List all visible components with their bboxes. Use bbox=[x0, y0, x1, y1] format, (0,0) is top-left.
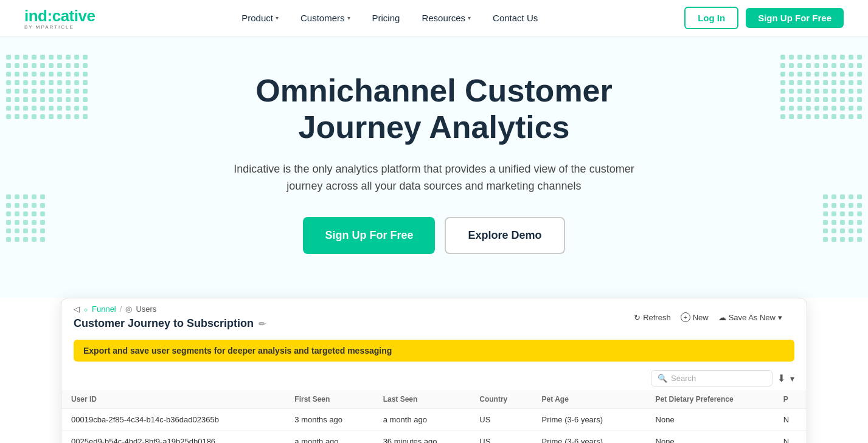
cell-p: N bbox=[774, 409, 807, 431]
data-table: User ID First Seen Last Seen Country Pet… bbox=[61, 390, 807, 443]
hero-section: Omnichannel Customer Journey Analytics I… bbox=[0, 36, 868, 304]
logo: ind:cative BY MPARTICLE bbox=[24, 7, 95, 30]
edit-icon[interactable]: ✏ bbox=[259, 319, 266, 329]
nav-product[interactable]: Product ▾ bbox=[233, 8, 287, 28]
hero-heading: Omnichannel Customer Journey Analytics bbox=[221, 73, 647, 146]
navbar: ind:cative BY MPARTICLE Product ▾ Custom… bbox=[0, 0, 868, 36]
col-dietary: Pet Dietary Preference bbox=[646, 390, 774, 409]
preview-title: Customer Journey to Subscription bbox=[74, 317, 254, 330]
preview-section: ◁ ⬦ Funnel / ◎ Users Customer Journey to… bbox=[0, 298, 868, 443]
cell-first-seen: a month ago bbox=[285, 431, 373, 444]
col-last-seen: Last Seen bbox=[373, 390, 470, 409]
chevron-down-icon: ▾ bbox=[468, 15, 471, 21]
cell-dietary: None bbox=[646, 409, 774, 431]
search-placeholder: Search bbox=[671, 374, 696, 383]
nav-actions: Log In Sign Up For Free bbox=[684, 7, 844, 29]
hero-subtext: Indicative is the only analytics platfor… bbox=[215, 160, 653, 196]
col-user-id: User ID bbox=[61, 390, 285, 409]
cell-country: US bbox=[470, 431, 532, 444]
login-button[interactable]: Log In bbox=[684, 7, 738, 29]
plus-icon: + bbox=[681, 312, 690, 322]
cell-country: US bbox=[470, 409, 532, 431]
download-icon[interactable]: ⬇ bbox=[777, 373, 785, 384]
nav-contact[interactable]: Contact Us bbox=[484, 8, 546, 28]
cell-dietary: None bbox=[646, 431, 774, 444]
table-header: User ID First Seen Last Seen Country Pet… bbox=[61, 390, 807, 409]
chevron-down-icon: ▾ bbox=[276, 15, 279, 21]
chevron-down-icon[interactable]: ▾ bbox=[790, 374, 794, 383]
preview-title-row: Customer Journey to Subscription ✏ bbox=[74, 314, 266, 330]
nav-resources[interactable]: Resources ▾ bbox=[413, 8, 479, 28]
chevron-down-icon: ▾ bbox=[347, 15, 350, 21]
preview-left-col: ◁ ⬦ Funnel / ◎ Users Customer Journey to… bbox=[74, 304, 266, 330]
preview-toolbar: ↻ Refresh + New ☁ Save As New ▾ bbox=[634, 312, 794, 322]
breadcrumb-separator: / bbox=[120, 304, 122, 314]
search-box[interactable]: 🔍 Search bbox=[651, 370, 773, 386]
cell-p: N bbox=[774, 431, 807, 444]
logo-dot: : bbox=[47, 7, 52, 25]
col-p: P bbox=[774, 390, 807, 409]
cell-last-seen: 36 minutes ago bbox=[373, 431, 470, 444]
search-row: 🔍 Search ⬇ ▾ bbox=[61, 366, 807, 390]
cell-pet-age: Prime (3-6 years) bbox=[532, 409, 646, 431]
table-row: 0025ed9-b54c-4bd2-8bf9-a19b25db0186 a mo… bbox=[61, 431, 807, 444]
search-icon: 🔍 bbox=[658, 374, 667, 383]
export-banner: Export and save user segments for deeper… bbox=[74, 340, 794, 362]
col-pet-age: Pet Age bbox=[532, 390, 646, 409]
signup-hero-button[interactable]: Sign Up For Free bbox=[303, 217, 435, 254]
nav-customers[interactable]: Customers ▾ bbox=[292, 8, 359, 28]
cell-user-id: 00019cba-2f85-4c34-b14c-b36dad02365b bbox=[61, 409, 285, 431]
explore-demo-button[interactable]: Explore Demo bbox=[445, 217, 564, 254]
nav-links: Product ▾ Customers ▾ Pricing Resources … bbox=[233, 8, 546, 28]
refresh-button[interactable]: ↻ Refresh bbox=[634, 313, 671, 322]
preview-top-row: ◁ ⬦ Funnel / ◎ Users Customer Journey to… bbox=[61, 298, 807, 335]
table-header-row: User ID First Seen Last Seen Country Pet… bbox=[61, 390, 807, 409]
save-icon: ☁ bbox=[718, 313, 726, 322]
cell-first-seen: 3 months ago bbox=[285, 409, 373, 431]
breadcrumb-users: Users bbox=[136, 304, 156, 314]
logo-subtitle: BY MPARTICLE bbox=[24, 24, 74, 30]
col-first-seen: First Seen bbox=[285, 390, 373, 409]
new-button[interactable]: + New bbox=[681, 312, 709, 322]
breadcrumb: ◁ ⬦ Funnel / ◎ Users bbox=[74, 304, 266, 314]
signup-nav-button[interactable]: Sign Up For Free bbox=[746, 8, 844, 28]
table-body: 00019cba-2f85-4c34-b14c-b36dad02365b 3 m… bbox=[61, 409, 807, 444]
logo-part2: cative bbox=[52, 7, 95, 25]
col-country: Country bbox=[470, 390, 532, 409]
save-as-new-button[interactable]: ☁ Save As New ▾ bbox=[718, 313, 782, 322]
nav-pricing[interactable]: Pricing bbox=[364, 8, 409, 28]
chevron-down-icon: ▾ bbox=[778, 313, 782, 322]
cell-pet-age: Prime (3-6 years) bbox=[532, 431, 646, 444]
funnel-icon: ⬦ bbox=[83, 304, 88, 314]
hero-content: Omnichannel Customer Journey Analytics I… bbox=[12, 73, 856, 254]
cell-user-id: 0025ed9-b54c-4bd2-8bf9-a19b25db0186 bbox=[61, 431, 285, 444]
refresh-icon: ↻ bbox=[634, 313, 641, 322]
table-row: 00019cba-2f85-4c34-b14c-b36dad02365b 3 m… bbox=[61, 409, 807, 431]
users-icon: ◎ bbox=[125, 304, 132, 314]
cell-last-seen: a month ago bbox=[373, 409, 470, 431]
breadcrumb-funnel: Funnel bbox=[92, 304, 116, 314]
preview-card: ◁ ⬦ Funnel / ◎ Users Customer Journey to… bbox=[61, 298, 807, 443]
hero-buttons: Sign Up For Free Explore Demo bbox=[12, 217, 856, 254]
logo-part1: ind bbox=[24, 7, 47, 25]
breadcrumb-back-icon: ◁ bbox=[74, 304, 80, 314]
